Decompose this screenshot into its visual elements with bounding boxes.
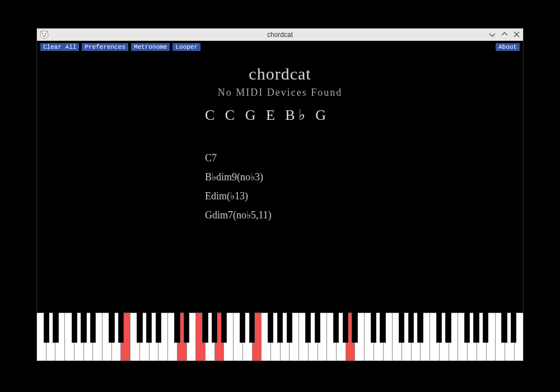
black-key[interactable]: [501, 312, 507, 343]
metronome-button[interactable]: Metronome: [131, 43, 170, 51]
black-key[interactable]: [287, 312, 292, 343]
black-key[interactable]: [81, 312, 86, 343]
black-key[interactable]: [221, 312, 227, 343]
chord-name: Edim(♭13): [205, 186, 272, 206]
chord-name: B♭dim9(no♭3): [205, 167, 272, 186]
about-button[interactable]: About: [496, 43, 520, 51]
black-key[interactable]: [305, 312, 311, 343]
black-key[interactable]: [146, 312, 152, 343]
minimize-icon[interactable]: [489, 30, 496, 39]
black-key[interactable]: [399, 312, 404, 343]
app-icon: [39, 30, 49, 40]
black-key[interactable]: [90, 312, 96, 343]
notes-display: C C G E B♭ G: [205, 106, 329, 124]
black-key[interactable]: [277, 312, 283, 343]
black-key[interactable]: [417, 312, 423, 343]
black-key[interactable]: [184, 312, 189, 343]
black-key[interactable]: [511, 312, 516, 343]
black-key[interactable]: [436, 312, 442, 343]
svg-point-3: [43, 34, 44, 35]
black-key[interactable]: [249, 312, 255, 343]
black-key[interactable]: [408, 312, 414, 343]
window-controls: [489, 29, 520, 40]
black-key[interactable]: [333, 312, 339, 343]
black-key[interactable]: [268, 312, 273, 343]
piano-keyboard: [37, 310, 523, 361]
black-key[interactable]: [202, 312, 208, 343]
svg-point-1: [43, 33, 44, 34]
black-key[interactable]: [483, 312, 488, 343]
black-key[interactable]: [240, 312, 245, 343]
toolbar: Clear All Preferences Metronome Looper A…: [37, 41, 523, 53]
black-key[interactable]: [174, 312, 180, 343]
titlebar: chordcat: [37, 29, 523, 41]
black-key[interactable]: [53, 312, 58, 343]
preferences-button[interactable]: Preferences: [82, 43, 128, 51]
midi-status: No MIDI Devices Found: [218, 87, 342, 99]
svg-point-4: [45, 34, 46, 35]
black-key[interactable]: [371, 312, 376, 343]
close-icon[interactable]: [514, 30, 520, 39]
black-key[interactable]: [109, 312, 114, 343]
black-key[interactable]: [72, 312, 77, 343]
black-key[interactable]: [315, 312, 320, 343]
chord-name: C7: [205, 148, 272, 167]
svg-point-2: [45, 33, 46, 34]
black-key[interactable]: [473, 312, 479, 343]
black-key[interactable]: [445, 312, 451, 343]
maximize-icon[interactable]: [501, 30, 508, 39]
clear-all-button[interactable]: Clear All: [40, 43, 79, 51]
black-key[interactable]: [118, 312, 124, 343]
black-key[interactable]: [380, 312, 385, 343]
app-title: chordcat: [249, 64, 311, 83]
black-key[interactable]: [137, 312, 142, 343]
window-title: chordcat: [37, 31, 523, 39]
black-key[interactable]: [212, 312, 217, 343]
black-key[interactable]: [44, 312, 49, 343]
black-key[interactable]: [464, 312, 470, 343]
black-key[interactable]: [343, 312, 348, 343]
main-content: chordcat No MIDI Devices Found C C G E B…: [37, 53, 523, 310]
chord-list: C7B♭dim9(no♭3)Edim(♭13)Gdim7(no♭5,11): [205, 148, 272, 225]
black-key[interactable]: [156, 312, 161, 343]
app-window: chordcat Clear All Preferences Metronome…: [36, 28, 524, 361]
looper-button[interactable]: Looper: [172, 43, 200, 51]
black-key[interactable]: [352, 312, 357, 343]
chord-name: Gdim7(no♭5,11): [205, 206, 272, 225]
